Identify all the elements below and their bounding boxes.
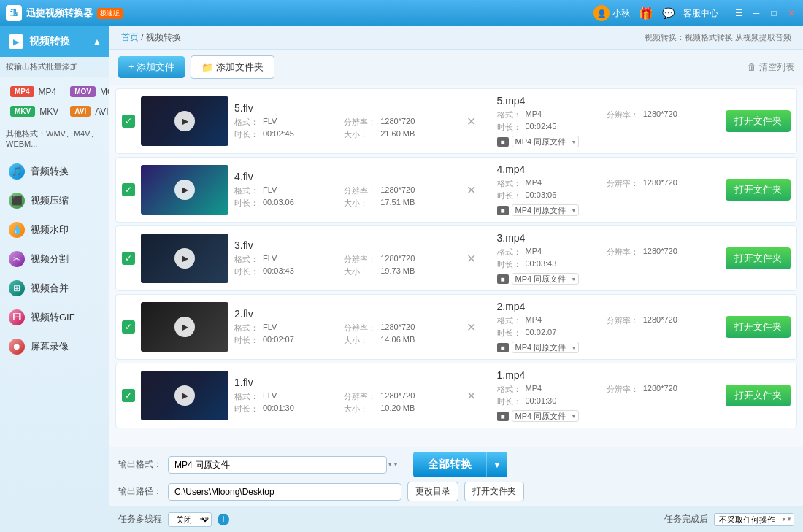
output-path-input[interactable] [168,483,402,501]
open-folder-button[interactable]: 打开文件夹 [726,179,791,201]
play-icon: ▶ [174,111,195,131]
sidebar-item-audio-label: 音频转换 [31,165,69,178]
avatar: 👤 [593,5,610,21]
menu-icon[interactable]: ☰ [733,7,745,19]
play-icon: ▶ [174,317,195,337]
clear-list-button[interactable]: 🗑 清空列表 [748,61,794,74]
file-checkbox[interactable]: ✓ [122,183,135,196]
output-dir-select[interactable]: MP4 同原文件 [512,136,579,147]
file-output-info: 3.mp4 格式：MP4 分辨率：1280*720 时长：00:03:43 ■ … [497,232,721,285]
open-folder-button[interactable]: 打开文件夹 [726,385,791,406]
bottom-bar: 输出格式： MP4 同原文件 MP4 自定义 MOV 同原文件 AVI 同原文件… [110,447,803,506]
sidebar-item-audio[interactable]: 🎵 音频转换 [0,157,109,186]
file-input-info: 1.flv 格式：FLV 分辨率：1280*720 时长：00:01:30 大小… [234,377,458,415]
change-dir-button[interactable]: 更改目录 [407,482,458,501]
output-dir-select[interactable]: MP4 同原文件 [512,204,579,216]
delete-file-icon[interactable]: ✕ [464,252,479,266]
maximize-button[interactable]: □ [768,7,780,19]
thread-select[interactable]: 关闭 开启 [168,512,212,527]
add-file-button[interactable]: + 添加文件 [118,56,185,78]
input-meta: 格式：FLV 分辨率：1280*720 时长：00:02:07 大小：14.06… [234,323,458,346]
sidebar-item-gif[interactable]: 🎞 视频转GIF [0,303,109,332]
file-output-info: 1.mp4 格式：MP4 分辨率：1280*720 时长：00:01:30 ■ … [497,369,721,422]
split-icon: ✂ [9,251,25,267]
sidebar-header[interactable]: ▶ 视频转换 ▲ [0,26,109,57]
output-format-mini-row: ■ MP4 同原文件 ▼ [497,136,721,147]
format-mp4[interactable]: MP4 MP4 [6,83,63,100]
file-output-info: 4.mp4 格式：MP4 分辨率：1280*720 时长：00:03:06 ■ … [497,163,721,216]
file-checkbox[interactable]: ✓ [122,320,135,334]
output-meta: 格式：MP4 分辨率：1280*720 时长：00:03:06 [497,178,721,201]
toolbar: + 添加文件 📁 添加文件夹 🗑 清空列表 [110,50,803,85]
output-format-label: 输出格式： [118,458,162,471]
close-button[interactable]: ✕ [785,7,797,19]
breadcrumb-home[interactable]: 首页 [121,32,139,42]
delete-file-icon[interactable]: ✕ [464,183,479,197]
output-dir-select[interactable]: MP4 同原文件 [512,273,579,285]
file-thumbnail: ▶ [141,234,228,283]
output-format-tag: ■ [497,343,509,352]
open-folder-button[interactable]: 打开文件夹 [726,247,791,269]
open-folder-button[interactable]: 打开文件夹 [726,316,791,338]
sidebar-item-split[interactable]: ✂ 视频分割 [0,244,109,274]
output-dir-select[interactable]: MP4 同原文件 [512,342,579,353]
file-thumbnail: ▶ [141,165,228,215]
file-checkbox[interactable]: ✓ [122,389,135,402]
add-folder-button[interactable]: 📁 添加文件夹 [191,55,274,79]
delete-file-icon[interactable]: ✕ [464,115,479,128]
after-task-select[interactable]: 不采取任何操作 关机 休眠 [714,513,794,526]
sidebar-item-compress[interactable]: ⬛ 视频压缩 [0,186,109,215]
output-meta: 格式：MP4 分辨率：1280*720 时长：00:02:07 [497,315,721,339]
breadcrumb-separator: / [141,32,146,42]
format-select-dropdown-icon: ▼ [387,461,399,468]
app-title: 迅捷视频转换器 [26,7,93,20]
input-meta: 格式：FLV 分辨率：1280*720 时长：00:01:30 大小：10.20… [234,391,458,415]
footer: 任务多线程 关闭 开启 ▼ i 任务完成后 不采取任何操作 关机 休眠 ▼ [110,506,803,532]
input-meta: 格式：FLV 分辨率：1280*720 时长：00:03:43 大小：19.73… [234,254,458,277]
table-row: ✓ ▶ 2.flv 格式：FLV 分辨率：1280*720 时长：00:02:0… [115,294,797,360]
format-mkv[interactable]: MKV MKV [6,103,63,120]
format-grid: MP4 MP4 MOV MOV MKV MKV AVI AVI [0,77,109,126]
other-formats[interactable]: 其他格式：WMV、M4V、WEBM... [0,126,109,154]
mov-icon: MOV [70,86,96,97]
open-dir-button[interactable]: 打开文件夹 [464,482,524,501]
breadcrumb-current: 视频转换 [146,32,181,42]
table-row: ✓ ▶ 5.flv 格式：FLV 分辨率：1280*720 时长：00:02:4… [115,88,797,154]
input-filename: 4.flv [234,171,458,182]
sidebar-item-watermark[interactable]: 💧 视频水印 [0,215,109,244]
convert-area: 全部转换 ▼ [407,452,513,477]
sidebar-batch-hint: 按输出格式批量添加 [0,57,109,77]
separator [488,305,488,349]
separator [488,99,488,143]
output-format-select[interactable]: MP4 同原文件 MP4 自定义 MOV 同原文件 AVI 同原文件 [168,456,387,474]
output-format-mini-row: ■ MP4 同原文件 ▼ [497,204,721,216]
table-row: ✓ ▶ 3.flv 格式：FLV 分辨率：1280*720 时长：00:03:4… [115,225,797,291]
record-icon: ⏺ [9,339,25,355]
main-content: 首页 / 视频转换 视频转换：视频格式转换 从视频提取音频 + 添加文件 📁 添… [110,26,803,532]
sidebar-item-merge[interactable]: ⊞ 视频合并 [0,274,109,303]
output-dir-select[interactable]: MP4 同原文件 [512,410,579,422]
mkv-icon: MKV [10,106,35,117]
file-input-info: 5.flv 格式：FLV 分辨率：1280*720 时长：00:02:45 大小… [234,102,458,140]
separator [488,168,488,212]
convert-all-button[interactable]: 全部转换 [413,452,486,477]
file-input-info: 4.flv 格式：FLV 分辨率：1280*720 时长：00:03:06 大小… [234,171,458,209]
output-format-row: 输出格式： MP4 同原文件 MP4 自定义 MOV 同原文件 AVI 同原文件… [118,452,794,477]
thread-info-icon[interactable]: i [218,514,229,525]
watermark-icon: 💧 [9,222,25,238]
minimize-button[interactable]: ─ [750,7,762,19]
file-checkbox[interactable]: ✓ [122,252,135,265]
output-filename: 2.mp4 [497,301,721,312]
open-folder-button[interactable]: 打开文件夹 [726,110,791,132]
convert-dropdown-button[interactable]: ▼ [486,452,507,477]
file-thumbnail: ▶ [141,96,228,146]
sidebar-item-record[interactable]: ⏺ 屏幕录像 [0,332,109,361]
file-output-info: 5.mp4 格式：MP4 分辨率：1280*720 时长：00:02:45 ■ … [497,95,721,147]
sidebar-item-split-label: 视频分割 [31,252,69,266]
separator [488,374,488,417]
delete-file-icon[interactable]: ✕ [464,389,479,403]
file-checkbox[interactable]: ✓ [122,115,135,128]
output-filename: 3.mp4 [497,232,721,244]
sidebar-item-watermark-label: 视频水印 [31,223,69,236]
delete-file-icon[interactable]: ✕ [464,320,479,334]
